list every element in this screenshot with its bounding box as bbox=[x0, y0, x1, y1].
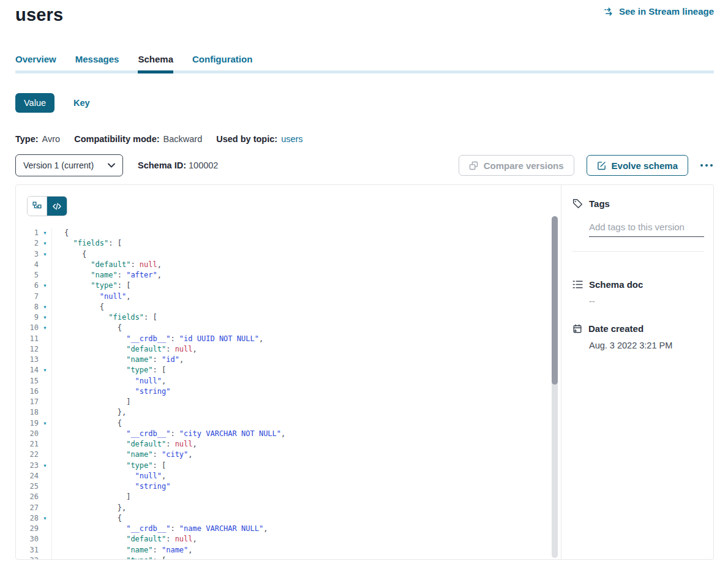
fold-toggle-icon[interactable]: ▾ bbox=[39, 249, 51, 260]
code-text: "fields": [ bbox=[51, 312, 561, 323]
tab-overview[interactable]: Overview bbox=[15, 54, 56, 70]
code-view-button[interactable] bbox=[47, 197, 67, 216]
evolve-schema-label: Evolve schema bbox=[612, 160, 678, 171]
calendar-plus-icon bbox=[572, 324, 582, 334]
code-line: 27 }, bbox=[16, 503, 561, 513]
code-line: 7 "null", bbox=[16, 292, 561, 302]
code-line: 19▾ { bbox=[16, 418, 561, 429]
stream-lineage-link[interactable]: See in Stream lineage bbox=[604, 6, 714, 17]
tags-label: Tags bbox=[589, 198, 610, 209]
editor-scrollbar-track[interactable] bbox=[552, 216, 558, 558]
line-number: 2 bbox=[16, 238, 39, 249]
code-line: 2▾ "fields": [ bbox=[16, 238, 561, 249]
line-number: 18 bbox=[16, 407, 39, 418]
compatibility-label: Compatibility mode: bbox=[74, 134, 159, 144]
fold-toggle-icon[interactable]: ▾ bbox=[39, 365, 51, 375]
editor-scrollbar-thumb[interactable] bbox=[552, 216, 558, 385]
code-text: "type": [ bbox=[51, 555, 561, 560]
line-number: 29 bbox=[16, 524, 39, 534]
code-text: "__crdb__": "id UUID NOT NULL", bbox=[51, 334, 561, 344]
fold-gutter bbox=[39, 471, 51, 481]
code-line: 6▾ "type": [ bbox=[16, 280, 561, 291]
fold-toggle-icon[interactable]: ▾ bbox=[39, 228, 51, 238]
code-text: "default": null, bbox=[51, 534, 561, 544]
fold-gutter bbox=[39, 545, 51, 555]
code-text: ] bbox=[51, 397, 561, 407]
code-text: "default": null, bbox=[51, 439, 561, 450]
code-text: "__crdb__": "city VARCHAR NOT NULL", bbox=[51, 429, 561, 439]
tag-icon bbox=[572, 198, 583, 209]
fold-gutter bbox=[39, 407, 51, 418]
date-created-section-header: Date created bbox=[572, 323, 704, 334]
tab-configuration[interactable]: Configuration bbox=[192, 54, 252, 70]
page-title: users bbox=[15, 4, 63, 26]
schema-id-value: 100002 bbox=[189, 160, 218, 170]
evolve-schema-button[interactable]: Evolve schema bbox=[587, 155, 688, 176]
page-header: users See in Stream lineage bbox=[15, 0, 714, 26]
code-text: "null", bbox=[51, 292, 561, 302]
code-line: 5 "name": "after", bbox=[16, 270, 561, 280]
code-text: "null", bbox=[51, 471, 561, 481]
fold-gutter bbox=[39, 534, 51, 544]
fold-toggle-icon[interactable]: ▾ bbox=[39, 302, 51, 312]
schema-doc-label: Schema doc bbox=[589, 279, 643, 290]
topic-link[interactable]: users bbox=[281, 134, 302, 144]
line-number: 28 bbox=[16, 513, 39, 524]
code-text: "type": [ bbox=[51, 280, 561, 291]
code-text: "string" bbox=[51, 481, 561, 492]
fold-toggle-icon[interactable]: ▾ bbox=[39, 280, 51, 291]
tab-underline-track bbox=[15, 70, 714, 73]
line-number: 32 bbox=[16, 555, 39, 560]
code-text: }, bbox=[51, 407, 561, 418]
fold-toggle-icon[interactable]: ▾ bbox=[39, 513, 51, 524]
code-text: "__crdb__": "name VARCHAR NULL", bbox=[51, 524, 561, 534]
code-line: 30 "default": null, bbox=[16, 534, 561, 544]
code-line: 32▾ "type": [ bbox=[16, 555, 561, 560]
line-number: 14 bbox=[16, 365, 39, 375]
editor-view-toggle bbox=[27, 196, 67, 216]
code-line: 25 "string" bbox=[16, 481, 561, 492]
fold-toggle-icon[interactable]: ▾ bbox=[39, 418, 51, 429]
tab-schema[interactable]: Schema bbox=[138, 54, 173, 70]
code-line: 11 "__crdb__": "id UUID NOT NULL", bbox=[16, 334, 561, 344]
code-line: 3▾ { bbox=[16, 249, 561, 260]
code-line: 9▾ "fields": [ bbox=[16, 312, 561, 323]
code-line: 13 "name": "id", bbox=[16, 355, 561, 365]
line-number: 19 bbox=[16, 418, 39, 429]
fold-gutter bbox=[39, 344, 51, 355]
line-number: 8 bbox=[16, 302, 39, 312]
fold-toggle-icon[interactable]: ▾ bbox=[39, 312, 51, 323]
type-value: Avro bbox=[42, 134, 61, 144]
fold-toggle-icon[interactable]: ▾ bbox=[39, 555, 51, 560]
compare-versions-button[interactable]: Compare versions bbox=[459, 155, 574, 176]
code-line: 28▾ { bbox=[16, 513, 561, 524]
version-select-value: Version 1 (current) bbox=[23, 160, 94, 170]
code-text: "name": "id", bbox=[51, 355, 561, 365]
add-tags-input[interactable] bbox=[589, 222, 704, 237]
version-select[interactable]: Version 1 (current) bbox=[15, 154, 123, 176]
code-text: "name": "name", bbox=[51, 545, 561, 555]
fold-gutter bbox=[39, 376, 51, 386]
fold-gutter bbox=[39, 439, 51, 450]
value-toggle-button[interactable]: Value bbox=[15, 93, 54, 113]
line-number: 1 bbox=[16, 228, 39, 238]
key-toggle-button[interactable]: Key bbox=[70, 97, 94, 108]
line-number: 16 bbox=[16, 386, 39, 397]
fold-gutter bbox=[39, 292, 51, 302]
date-created-value: Aug. 3 2022 3:21 PM bbox=[589, 341, 704, 350]
code-line: 14▾ "type": [ bbox=[16, 365, 561, 375]
fold-toggle-icon[interactable]: ▾ bbox=[39, 461, 51, 471]
tree-view-button[interactable] bbox=[28, 197, 47, 216]
tab-messages[interactable]: Messages bbox=[75, 54, 119, 70]
schema-meta-row: Type:Avro Compatibility mode:Backward Us… bbox=[15, 134, 714, 144]
line-number: 24 bbox=[16, 471, 39, 481]
fold-toggle-icon[interactable]: ▾ bbox=[39, 238, 51, 249]
stream-lineage-label: See in Stream lineage bbox=[619, 6, 714, 17]
compare-versions-label: Compare versions bbox=[484, 160, 564, 171]
code-text: { bbox=[51, 418, 561, 429]
more-options-button[interactable] bbox=[699, 160, 714, 170]
stream-lineage-icon bbox=[604, 7, 615, 17]
code-line: 15 "null", bbox=[16, 376, 561, 386]
fold-toggle-icon[interactable]: ▾ bbox=[39, 323, 51, 333]
schema-panel: 1▾{2▾ "fields": [3▾ {4 "default": null,5… bbox=[15, 184, 714, 560]
